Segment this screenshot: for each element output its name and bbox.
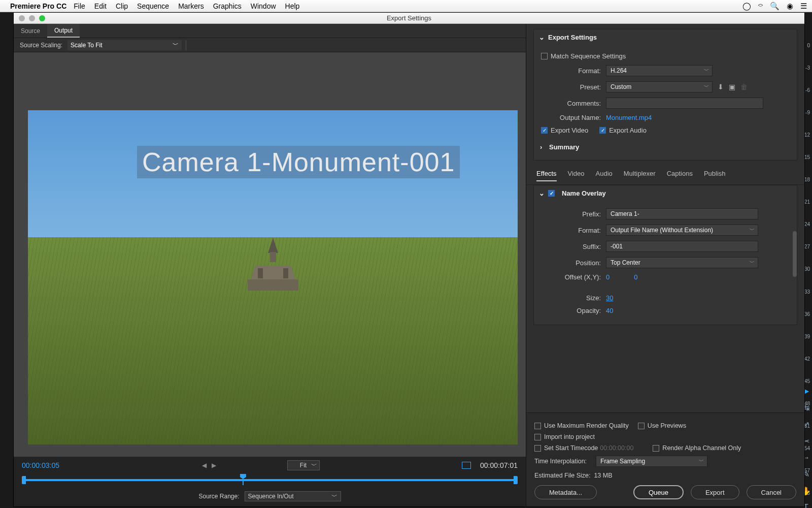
- menu-graphics[interactable]: Graphics: [213, 2, 242, 10]
- import-preset-icon[interactable]: ▣: [729, 83, 735, 91]
- name-overlay-header: Name Overlay: [562, 189, 606, 197]
- app-name[interactable]: Premiere Pro CC: [10, 2, 66, 10]
- import-project-checkbox[interactable]: [534, 434, 541, 440]
- disclosure-down-icon[interactable]: ⌄: [539, 34, 544, 41]
- export-video-checkbox[interactable]: [541, 127, 548, 134]
- summary-header[interactable]: Summary: [549, 143, 579, 151]
- render-alpha-checkbox[interactable]: [653, 445, 659, 452]
- import-project-label: Import into project: [544, 433, 595, 440]
- menu-clip[interactable]: Clip: [116, 2, 128, 10]
- menu-markers[interactable]: Markers: [178, 2, 204, 10]
- svg-rect-1: [270, 252, 276, 262]
- opacity-label: Opacity:: [539, 307, 601, 314]
- tab-publish[interactable]: Publish: [704, 170, 726, 181]
- start-timecode-value: 00:00:00:00: [600, 444, 633, 452]
- export-audio-label: Export Audio: [609, 126, 647, 134]
- export-settings-header: Export Settings: [548, 34, 597, 41]
- format-select[interactable]: H.264﹀: [606, 65, 713, 76]
- creative-cloud-icon[interactable]: ◯: [742, 2, 751, 11]
- metadata-button[interactable]: Metadata...: [534, 485, 597, 499]
- max-render-checkbox[interactable]: [534, 423, 541, 429]
- output-name-link[interactable]: Monument.mp4: [606, 114, 652, 121]
- export-settings-dialog: Export Settings Source Output Source Sca…: [13, 12, 805, 507]
- delete-preset-icon: 🗑: [740, 83, 748, 91]
- playhead[interactable]: [240, 474, 246, 482]
- suffix-input[interactable]: -001: [606, 241, 758, 252]
- save-preset-icon[interactable]: ⬇: [718, 83, 724, 91]
- notification-center-icon[interactable]: ☰: [800, 2, 807, 11]
- tab-audio[interactable]: Audio: [596, 170, 613, 181]
- offset-x-value[interactable]: 0: [606, 273, 610, 281]
- window-titlebar: Export Settings: [14, 13, 804, 24]
- preview-timeline[interactable]: [22, 474, 518, 486]
- step-fwd-icon[interactable]: ▶: [212, 462, 216, 469]
- menu-file[interactable]: File: [74, 2, 85, 10]
- overlay-format-label: Format:: [539, 227, 601, 234]
- svg-rect-5: [283, 268, 288, 278]
- scrollbar-thumb[interactable]: [793, 231, 797, 277]
- use-previews-label: Use Previews: [648, 422, 686, 429]
- est-filesize-label: Estimated File Size:: [534, 472, 590, 479]
- comments-input[interactable]: [606, 98, 763, 109]
- spotlight-icon[interactable]: 🔍: [770, 2, 780, 11]
- tab-source[interactable]: Source: [14, 24, 47, 38]
- close-window-icon[interactable]: [19, 15, 25, 21]
- position-select[interactable]: Top Center﹀: [606, 257, 758, 268]
- match-sequence-label: Match Sequence Settings: [551, 52, 626, 60]
- cancel-button[interactable]: Cancel: [747, 485, 796, 499]
- preset-label: Preset:: [539, 83, 601, 91]
- out-point-handle[interactable]: [514, 476, 518, 484]
- chevron-down-icon: ﹀: [311, 461, 317, 470]
- disclosure-right-icon[interactable]: ›: [540, 143, 545, 151]
- menu-help[interactable]: Help: [285, 2, 300, 10]
- use-previews-checkbox[interactable]: [638, 423, 645, 429]
- est-filesize-value: 13 MB: [594, 472, 612, 479]
- siri-icon[interactable]: ◉: [787, 2, 793, 11]
- name-overlay-checkbox[interactable]: [548, 190, 555, 197]
- wifi-icon[interactable]: ⌔: [758, 2, 763, 10]
- source-scaling-select[interactable]: Scale To Fit﹀: [67, 40, 182, 50]
- opacity-value[interactable]: 40: [606, 307, 613, 314]
- preview-panel: Source Output Source Scaling: Scale To F…: [14, 24, 526, 506]
- tab-video[interactable]: Video: [568, 170, 585, 181]
- zoom-window-icon[interactable]: [39, 15, 45, 21]
- mac-menubar: Premiere Pro CC File Edit Clip Sequence …: [0, 0, 812, 12]
- overlay-format-select[interactable]: Output File Name (Without Extension)﹀: [606, 225, 758, 236]
- offset-label: Offset (X,Y):: [539, 273, 601, 281]
- export-audio-checkbox[interactable]: [599, 127, 606, 134]
- start-timecode-checkbox[interactable]: [534, 445, 541, 452]
- preset-select[interactable]: Custom﹀: [606, 81, 713, 92]
- tab-output[interactable]: Output: [47, 24, 80, 38]
- menu-sequence[interactable]: Sequence: [137, 2, 169, 10]
- minimize-window-icon[interactable]: [29, 15, 35, 21]
- menu-window[interactable]: Window: [251, 2, 276, 10]
- menu-edit[interactable]: Edit: [94, 2, 107, 10]
- name-overlay-section: ⌄ Name Overlay Prefix: Camera 1- Format:: [533, 185, 797, 325]
- in-point-handle[interactable]: [22, 476, 26, 484]
- zoom-fit-select[interactable]: Fit﹀: [287, 460, 320, 470]
- disclosure-down-icon[interactable]: ⌄: [539, 189, 544, 197]
- time-interp-select[interactable]: Frame Sampling﹀: [596, 456, 707, 467]
- queue-button[interactable]: Queue: [633, 485, 684, 499]
- offset-y-value[interactable]: 0: [634, 273, 637, 281]
- comments-label: Comments:: [539, 100, 601, 107]
- tab-effects[interactable]: Effects: [536, 170, 557, 181]
- output-name-label: Output Name:: [539, 114, 601, 121]
- castle-illustration: [227, 238, 319, 299]
- aspect-ratio-icon[interactable]: [462, 462, 471, 469]
- timecode-in[interactable]: 00:00:03:05: [22, 461, 59, 469]
- prefix-input[interactable]: Camera 1-: [606, 208, 758, 219]
- tab-captions[interactable]: Captions: [667, 170, 693, 181]
- chevron-down-icon: ﹀: [750, 227, 755, 234]
- match-sequence-checkbox[interactable]: [541, 53, 548, 59]
- format-label: Format:: [539, 67, 601, 75]
- export-button[interactable]: Export: [691, 485, 739, 499]
- source-range-select[interactable]: Sequence In/Out﹀: [245, 491, 341, 501]
- chevron-down-icon: ﹀: [173, 41, 179, 49]
- size-value[interactable]: 30: [606, 294, 613, 302]
- export-footer: Use Maximum Render Quality Use Previews …: [526, 412, 804, 506]
- tab-multiplexer[interactable]: Multiplexer: [624, 170, 656, 181]
- window-title: Export Settings: [387, 14, 431, 22]
- timecode-out: 00:00:07:01: [480, 461, 518, 469]
- step-back-icon[interactable]: ◀: [202, 462, 207, 469]
